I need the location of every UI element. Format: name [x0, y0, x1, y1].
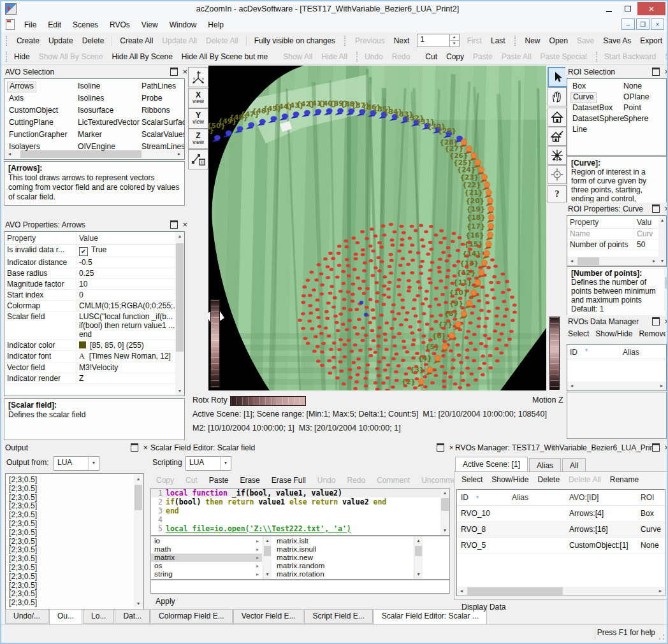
scroll-right-icon[interactable]: ▸	[657, 382, 666, 390]
list-item-point[interactable]: Point	[621, 103, 643, 113]
list-item-datasetsphere[interactable]: DatasetSphere	[570, 114, 626, 124]
column-header[interactable]: ROI	[637, 490, 665, 505]
editor-action-erase-full[interactable]: Erase Full	[267, 474, 310, 486]
scripting-language-combo[interactable]: LUA ▾	[185, 456, 231, 471]
menu-item-help[interactable]: Help	[202, 18, 229, 31]
list-item-customobject[interactable]: CustomObject	[7, 106, 60, 115]
code-line[interactable]: 3end	[151, 506, 449, 515]
member-item-matrix-rotation[interactable]: matrix.rotation	[273, 570, 414, 578]
toolbar-button-save-as[interactable]: Save As	[599, 34, 635, 47]
scroll-left-icon[interactable]: ◂	[567, 257, 576, 266]
scroll-up-icon[interactable]: ▴	[263, 536, 272, 545]
list-item-none[interactable]: None	[621, 82, 644, 91]
close-panel-icon[interactable]: ×	[664, 68, 668, 75]
avo-properties-table[interactable]: Property Value Is invalid data r...✔True…	[4, 231, 185, 396]
float-panel-icon[interactable]	[131, 443, 138, 452]
vertical-scrollbar[interactable]: ▴ ▾	[175, 232, 184, 396]
menu-item-rvos[interactable]: RVOs	[104, 18, 136, 31]
editor-action-paste[interactable]: Paste	[205, 474, 233, 486]
namespace-item-string[interactable]: string▸	[151, 570, 262, 578]
horizontal-scrollbar[interactable]: ◂ ▸	[567, 257, 658, 266]
vertical-scrollbar[interactable]: ▴ ▾	[658, 216, 666, 266]
list-item-streamlines[interactable]: StreamLines	[140, 142, 185, 152]
scroll-down-icon[interactable]: ▾	[414, 570, 423, 579]
namespace-item-matrix[interactable]: matrix▸	[151, 554, 262, 562]
code-line[interactable]: 1local function _if(bool, value1, value2…	[151, 489, 449, 497]
close-panel-icon[interactable]: ×	[182, 68, 187, 75]
vertical-scrollbar[interactable]: ▴ ▾	[664, 267, 668, 315]
close-panel-icon[interactable]: ×	[143, 444, 148, 451]
toolbar-button-create[interactable]: Create	[12, 34, 44, 47]
scroll-right-icon[interactable]: ▸	[656, 587, 665, 596]
toolbar-button-delete[interactable]: Delete	[78, 34, 109, 47]
float-panel-icon[interactable]	[652, 443, 660, 452]
vertical-scrollbar[interactable]: ▴ ▾	[414, 536, 423, 579]
output-source-combo[interactable]: LUA ▾	[54, 456, 99, 471]
toolbar-grip[interactable]	[6, 52, 7, 62]
action-select[interactable]: Select	[568, 329, 589, 341]
float-panel-icon[interactable]	[652, 204, 660, 213]
tab-script-field-e[interactable]: Script Field E...	[304, 609, 372, 624]
property-row-base-radius[interactable]: Base radius0.25	[4, 268, 184, 279]
rvos-manager-table[interactable]: ▾ ID Alias AVO:[ID] ROI RVO_10Arrows:[4]…	[456, 489, 665, 596]
resize-grip[interactable]	[658, 634, 665, 640]
scroll-down-icon[interactable]: ▾	[664, 306, 668, 315]
tab-vector-field-e[interactable]: Vector Field E...	[233, 609, 304, 624]
list-item-axis[interactable]: Axis	[7, 94, 25, 103]
action-delete[interactable]: Delete	[537, 475, 560, 484]
roi-selection-list[interactable]: BoxCurveDatasetBoxDatasetSphereLineNoneO…	[567, 78, 667, 156]
toolbar-grip[interactable]	[6, 36, 10, 46]
toolbar-button-next[interactable]: Next	[389, 34, 414, 47]
toolbar-grip[interactable]	[596, 52, 597, 62]
column-header[interactable]: Valu	[634, 216, 658, 228]
vertical-scrollbar[interactable]: ▴ ▾	[263, 536, 272, 579]
property-row-start-index[interactable]: Start index0	[4, 290, 184, 301]
avo-selection-list[interactable]: ◂ ▸ ArrowsAxisCustomObjectCuttingPlaneFu…	[4, 78, 185, 160]
property-row-number-of-points[interactable]: Number of points50	[567, 240, 666, 250]
toolbar-button-hide[interactable]: Hide	[10, 50, 34, 63]
close-panel-icon[interactable]: ×	[182, 221, 187, 228]
axes-tool-button[interactable]: zxy	[188, 67, 208, 87]
toolbar-button-cut[interactable]: Cut	[421, 50, 442, 63]
list-item-oivengine[interactable]: OIVEngine	[76, 142, 117, 152]
table-row-rvo-5[interactable]: RVO_5CustomObject:[1]None	[457, 538, 665, 554]
float-panel-icon[interactable]	[437, 443, 444, 452]
menu-item-window[interactable]: Window	[164, 18, 203, 31]
property-row-is-invalid-data-r[interactable]: Is invalid data r...✔True	[4, 245, 184, 257]
scroll-left-icon[interactable]: ◂	[457, 587, 466, 596]
toolbar-button-create-all[interactable]: Create All	[115, 34, 157, 47]
action-select[interactable]: Select	[461, 475, 483, 484]
property-value[interactable]: [85, 85, 0] (255)	[76, 340, 184, 350]
column-header[interactable]: Value	[76, 232, 175, 244]
page-number-value[interactable]: 1	[418, 34, 449, 47]
close-panel-icon[interactable]: ×	[664, 444, 668, 451]
x-view-button[interactable]: X view	[188, 88, 208, 108]
list-item-isolayers[interactable]: Isolayers	[7, 142, 42, 152]
list-item-isosurface[interactable]: Isosurface	[76, 106, 115, 115]
property-value[interactable]: M3!Velocity	[76, 362, 184, 373]
tab-colormap-field-e[interactable]: Colormap Field E...	[150, 609, 233, 624]
list-item-lictexturedvector[interactable]: LicTexturedVector	[76, 118, 142, 127]
toolbar-grip[interactable]	[514, 36, 518, 46]
output-list[interactable]: [2;3;0.5][2;3;0.5][2;3;0.5][2;3;0.5][2;3…	[5, 473, 144, 610]
property-row-name[interactable]: NameCurv	[567, 229, 666, 240]
scroll-down-icon[interactable]: ▾	[658, 257, 666, 266]
y-view-button[interactable]: Y view	[188, 108, 208, 129]
property-value[interactable]: 10	[76, 279, 184, 289]
measure-delete-button[interactable]	[188, 149, 208, 169]
toolbar-button-copy[interactable]: Copy	[442, 50, 468, 63]
list-item-marker[interactable]: Marker	[76, 130, 104, 140]
property-value[interactable]: LUSC("local function _if(b...if(bool) th…	[76, 311, 184, 340]
member-list[interactable]: matrix.isltmatrix.isnullmatrix.newmatrix…	[273, 537, 414, 578]
roi-properties-table[interactable]: Property Valu NameCurvNumber of points50…	[567, 215, 667, 266]
column-header[interactable]: Alias	[620, 345, 666, 359]
scroll-up-icon[interactable]: ▴	[440, 489, 449, 497]
property-row-vector-field[interactable]: Vector fieldM3!Velocity	[4, 362, 184, 373]
close-panel-icon[interactable]: ×	[664, 318, 668, 325]
z-view-button[interactable]: Z view	[188, 129, 208, 149]
page-number-spinner[interactable]: 1▴▾	[417, 34, 459, 47]
list-item-isoline[interactable]: Isoline	[76, 82, 102, 91]
code-editor[interactable]: 1local function _if(bool, value1, value2…	[150, 488, 450, 536]
list-item-curve[interactable]: Curve	[570, 92, 597, 103]
home-view-button[interactable]	[548, 108, 567, 127]
